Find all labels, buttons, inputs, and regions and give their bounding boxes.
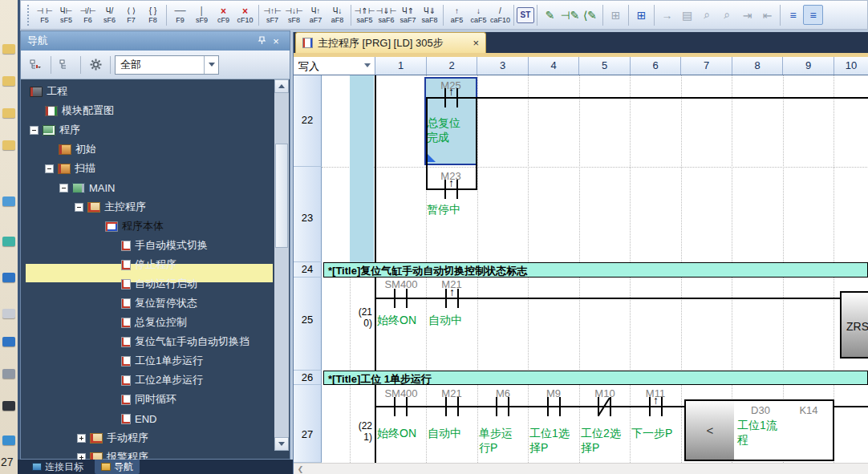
tree-item-program-body[interactable]: 程序本体 xyxy=(105,217,164,236)
expand-expander-icon[interactable] xyxy=(77,434,86,443)
tree-item-main-control-program[interactable]: 主控程序 xyxy=(75,197,146,217)
toolbar-button-falling-pulse-close-branch[interactable]: Ч⇓saF8 xyxy=(419,2,440,28)
scroll-down-button[interactable] xyxy=(274,437,289,451)
ladder-contact-open[interactable] xyxy=(539,391,569,423)
find-instruction-button[interactable]: ⌕ xyxy=(717,5,737,25)
toolbar-button-vertical-line[interactable]: │sF9 xyxy=(191,2,213,28)
tree-item-manual-program[interactable]: 手动程序 xyxy=(77,428,148,448)
tree-item-station1-single-step[interactable]: 工位1单步运行 xyxy=(121,351,203,371)
ladder-contact-rising-pulse[interactable] xyxy=(436,82,466,114)
desktop-icon[interactable] xyxy=(2,273,15,282)
edit-statement-button[interactable]: ⊣✎ xyxy=(560,5,580,25)
toolbar-button-delete-horizontal-line[interactable]: ×cF9 xyxy=(213,2,234,28)
desktop-icon[interactable] xyxy=(2,76,15,86)
toolbar-button-rising-pulse-branch[interactable]: Ч↑aF7 xyxy=(305,2,327,28)
toolbar-button-horizontal-line[interactable]: ──F9 xyxy=(169,2,191,28)
statement-title-row[interactable]: *[Title]工位 1单步运行 xyxy=(323,371,868,385)
toolbar-button-rising-pulse-close[interactable]: ⊣⇑⊢saF5 xyxy=(354,2,375,28)
desktop-icon[interactable] xyxy=(2,44,15,54)
ladder-display-button[interactable]: ≡ xyxy=(803,5,823,25)
horizontal-scrollbar[interactable]: ❮ xyxy=(294,463,868,474)
ladder-contact-rising-pulse[interactable] xyxy=(641,391,671,423)
desktop-icon[interactable] xyxy=(2,309,15,318)
toolbar-button-delete-line[interactable]: /caF10 xyxy=(489,2,511,28)
rung-number-cell[interactable]: 23 xyxy=(294,167,322,262)
instruction-block-zrst[interactable]: ZRS xyxy=(840,291,868,359)
tree-item-module-configuration[interactable]: 模块配置图 xyxy=(45,101,114,120)
tab-navigation[interactable]: 导航 xyxy=(95,460,140,474)
toolbar-button-falling-pulse-branch[interactable]: Ч↓aF8 xyxy=(327,2,348,28)
edit-note-button[interactable]: ⟨✎ xyxy=(580,5,600,25)
tree-item-auto-run-start[interactable]: 自动运行启动 xyxy=(121,274,197,294)
rung-number-cell[interactable]: 24 xyxy=(294,262,322,278)
toolbar-button-coil[interactable]: ⟨ ⟩F7 xyxy=(120,2,142,28)
tree-item-reset-cylinder-switch[interactable]: 复位气缸手动自动切换挡 xyxy=(121,332,249,351)
toolbar-button-rising-pulse[interactable]: ⊣↑⊢sF7 xyxy=(262,2,283,28)
ladder-contact-closed[interactable] xyxy=(590,391,619,423)
toolbar-button-delete-vertical-line[interactable]: ×cF10 xyxy=(234,2,256,28)
ladder-contact-open[interactable] xyxy=(386,391,416,423)
toolbar-button-closed-branch[interactable]: Ч/sF6 xyxy=(99,2,120,28)
toolbar-button-pulse-conversion[interactable]: ↓caF5 xyxy=(468,2,489,28)
scrollbar-thumb[interactable] xyxy=(275,144,288,248)
tree-item-manual-auto-mode-switch[interactable]: 手自动模式切换 xyxy=(121,236,208,255)
tree-item-total-reset-control[interactable]: 总复位控制 xyxy=(121,313,187,332)
desktop-icon[interactable] xyxy=(2,108,15,118)
toolbar-button-closed-contact[interactable]: ⊣/⊢F6 xyxy=(77,2,99,28)
device-memory-button[interactable]: ⊞ xyxy=(606,5,626,25)
statement-title-row[interactable]: *[Title]复位气缸手动自动切换控制状态标志 xyxy=(323,262,868,278)
ladder-contact-open[interactable] xyxy=(386,282,416,314)
tree-item-initial[interactable]: 初始 xyxy=(59,140,96,159)
tree-item-project[interactable]: 工程 xyxy=(30,82,67,101)
rung-number-cell[interactable]: 25 xyxy=(294,278,322,371)
chevron-down-icon[interactable] xyxy=(204,56,218,74)
tree-item-station2-single-step[interactable]: 工位2单步运行 xyxy=(121,371,203,390)
jump-button[interactable]: → xyxy=(657,5,677,25)
ladder-contact-rising-pulse[interactable] xyxy=(437,282,467,314)
tree-view-mode-button[interactable] xyxy=(26,55,47,75)
toolbar-button-falling-pulse[interactable]: ⊣↓⊢sF8 xyxy=(283,2,305,28)
tree-item-end[interactable]: END xyxy=(121,409,156,428)
tree-item-simultaneous-cycle[interactable]: 同时循环 xyxy=(121,390,176,409)
toolbar-button-open-branch[interactable]: Ч⊢sF5 xyxy=(55,2,77,28)
tree-item-program[interactable]: 程序 xyxy=(30,120,80,140)
desktop-icon[interactable] xyxy=(2,369,15,379)
rung-number-cell[interactable]: 27 xyxy=(294,385,322,463)
document-tab-main-control-program[interactable]: 主控程序 [PRG] [LD] 305步 × xyxy=(295,32,486,53)
insert-row-button[interactable]: ⇥ xyxy=(737,5,757,25)
collapse-expander-icon[interactable] xyxy=(59,184,68,192)
close-icon[interactable]: × xyxy=(269,35,283,47)
tab-connection-destination[interactable]: 连接目标 xyxy=(26,460,90,474)
comparison-instruction-block[interactable]: < D30 工位1流程 K14 xyxy=(684,399,834,461)
collapse-expander-icon[interactable] xyxy=(30,126,39,135)
desktop-icon[interactable] xyxy=(2,436,15,445)
tree-filter-select[interactable]: 全部 xyxy=(115,55,219,75)
ladder-contact-rising-pulse[interactable] xyxy=(436,173,466,205)
gear-icon[interactable] xyxy=(85,55,106,75)
rung-number-cell[interactable]: 22 xyxy=(294,75,322,167)
scroll-up-button[interactable] xyxy=(274,79,289,93)
toolbar-button-invert-result[interactable]: ↑aF5 xyxy=(446,2,468,28)
toolbar-button-falling-pulse-close[interactable]: ⊣⇓⊢saF6 xyxy=(375,2,397,28)
pin-icon[interactable] xyxy=(254,35,269,47)
edit-device-comment-button[interactable]: ✎ xyxy=(540,5,560,25)
desktop-icon[interactable] xyxy=(2,196,15,206)
collapse-expander-icon[interactable] xyxy=(45,164,54,173)
collapse-expander-icon[interactable] xyxy=(75,203,83,212)
scroll-left-button[interactable]: ❮ xyxy=(295,464,306,474)
ladder-block-list-button[interactable]: ≡ xyxy=(783,5,803,25)
toolbar-button-open-contact[interactable]: ⊣ ⊢F5 xyxy=(34,2,55,28)
ladder-canvas[interactable]: 22 23 24 25 26 27 M25 总复位完成 M23 暂停中 *[Ti… xyxy=(294,75,868,463)
ladder-contact-open[interactable] xyxy=(437,391,467,423)
device-comment-table-button[interactable]: ⊞ xyxy=(631,5,651,25)
collapse-all-button[interactable] xyxy=(55,55,76,75)
tree-item-scan[interactable]: 扫描 xyxy=(45,159,95,178)
desktop-icon[interactable] xyxy=(2,140,15,150)
desktop-icon[interactable] xyxy=(2,401,15,411)
ladder-contact-open[interactable] xyxy=(488,391,517,423)
toolbar-button-rising-pulse-close-branch[interactable]: Ч⇑saF7 xyxy=(397,2,419,28)
desktop-icon[interactable] xyxy=(2,337,15,346)
tree-item-reset-pause-state[interactable]: 复位暂停状态 xyxy=(121,294,197,313)
find-device-button[interactable]: ⌕ xyxy=(697,5,717,25)
tree-item-main[interactable]: MAIN xyxy=(59,178,116,197)
